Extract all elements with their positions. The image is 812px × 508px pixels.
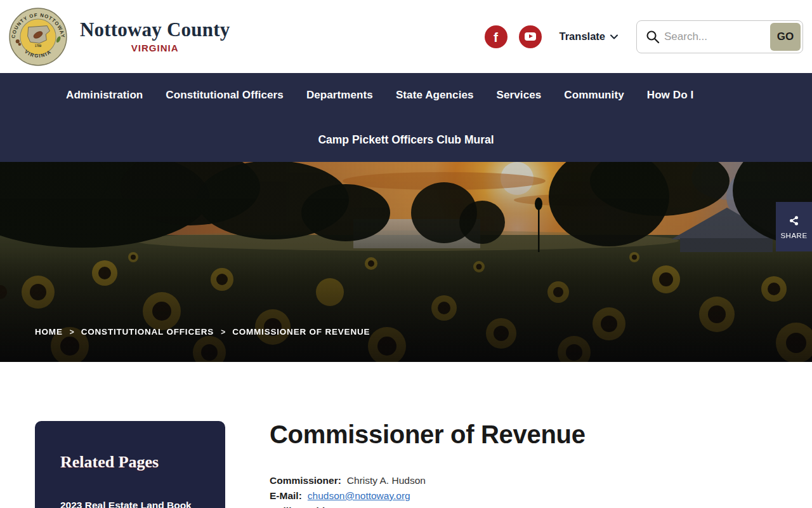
nav-item-services[interactable]: Services — [497, 89, 542, 102]
translate-menu[interactable]: Translate — [560, 30, 619, 43]
search-go-button[interactable]: GO — [770, 23, 801, 51]
site-brand[interactable]: COUNTY OF NOTTOWAY VIRGINIA 1789 Nottowa… — [9, 8, 230, 66]
facebook-glyph: f — [494, 30, 498, 44]
mailing-address-label: Mailing Address: — [270, 505, 348, 508]
email-link[interactable]: chudson@nottoway.org — [308, 490, 410, 501]
commissioner-label: Commissioner: — [270, 475, 341, 486]
breadcrumb-separator-icon: > — [221, 328, 225, 337]
nav-item-departments[interactable]: Departments — [306, 89, 373, 102]
nav-item-constitutional-officers[interactable]: Constitutional Officers — [166, 89, 284, 102]
share-label: SHARE — [780, 232, 807, 239]
related-pages-title: Related Pages — [60, 453, 200, 472]
mailing-address-value: P.O. Box 5, Nottoway, VA, 23955 — [354, 505, 497, 508]
facebook-icon[interactable]: f — [485, 25, 508, 48]
nav-item-administration[interactable]: Administration — [66, 89, 143, 102]
site-title: Nottoway County — [80, 20, 230, 41]
translate-label: Translate — [560, 30, 605, 43]
nav-item-community[interactable]: Community — [564, 89, 624, 102]
email-label: E-Mail: — [270, 490, 302, 501]
seal-left-ornament — [16, 39, 20, 43]
related-pages-panel: Related Pages 2023 Real Estate Land Book — [35, 421, 225, 508]
related-page-link-2023-land-book[interactable]: 2023 Real Estate Land Book — [60, 500, 200, 508]
search-icon — [645, 29, 660, 44]
page-content: Commissioner of Revenue Commissioner:Chr… — [270, 421, 586, 508]
commissioner-value: Christy A. Hudson — [347, 475, 426, 486]
commissioner-row: Commissioner:Christy A. Hudson — [270, 473, 586, 488]
county-seal-icon: COUNTY OF NOTTOWAY VIRGINIA 1789 — [9, 8, 67, 66]
breadcrumb-separator-icon: > — [70, 328, 74, 337]
main-navigation: Administration Constitutional Officers D… — [0, 73, 812, 162]
breadcrumb: HOME > CONSTITUTIONAL OFFICERS > COMMISS… — [35, 327, 370, 337]
seal-year-text: 1789 — [35, 44, 42, 47]
share-button[interactable]: SHARE — [776, 202, 812, 251]
breadcrumb-constitutional-officers[interactable]: CONSTITUTIONAL OFFICERS — [81, 327, 214, 337]
secondary-nav-row: Camp Pickett Officers Club Mural — [0, 117, 812, 162]
primary-nav-row: Administration Constitutional Officers D… — [0, 73, 812, 117]
youtube-play-glyph — [525, 32, 536, 41]
nav-item-state-agencies[interactable]: State Agencies — [396, 89, 474, 102]
mailing-address-row: Mailing Address:P.O. Box 5, Nottoway, VA… — [270, 504, 586, 508]
site-subtitle: VIRGINIA — [131, 43, 179, 53]
seal-left-ornament-2 — [18, 43, 21, 45]
breadcrumb-commissioner-of-revenue[interactable]: COMMISSIONER OF REVENUE — [232, 327, 370, 337]
header-utilities: f Translate GO — [485, 20, 803, 53]
site-header: COUNTY OF NOTTOWAY VIRGINIA 1789 Nottowa… — [0, 0, 812, 73]
page-title: Commissioner of Revenue — [270, 421, 586, 448]
search-input[interactable] — [660, 30, 768, 43]
email-row: E-Mail:chudson@nottoway.org — [270, 488, 586, 504]
search-box: GO — [636, 20, 803, 53]
share-icon — [788, 215, 800, 227]
nav-item-camp-pickett-mural[interactable]: Camp Pickett Officers Club Mural — [318, 133, 494, 147]
nav-item-how-do-i[interactable]: How Do I — [647, 89, 694, 102]
chevron-down-icon — [610, 34, 619, 40]
hero-banner: SHARE HOME > CONSTITUTIONAL OFFICERS > C… — [0, 162, 812, 362]
page: COUNTY OF NOTTOWAY VIRGINIA 1789 Nottowa… — [0, 0, 812, 508]
breadcrumb-home[interactable]: HOME — [35, 327, 63, 337]
youtube-icon[interactable] — [519, 25, 542, 48]
main-area: Related Pages 2023 Real Estate Land Book… — [0, 421, 812, 508]
